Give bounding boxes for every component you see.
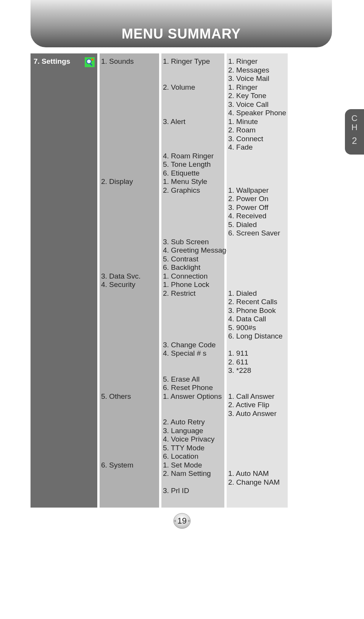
menu-item [101,478,157,487]
menu-column-2: 1. Sounds 2. Display 3. Data Svc.4. Secu… [100,53,159,508]
menu-item: 5. TTY Mode [163,444,223,453]
menu-item [101,384,157,392]
menu-item: 6. Backlight [163,263,223,272]
menu-item [163,143,223,152]
menu-item [101,349,157,358]
menu-item: 4. Roam Ringer [163,152,223,161]
menu-item: 1. Dialed [228,289,286,298]
menu-item [101,118,157,126]
menu-table: 7. Settings 1. Sounds 2. Display 3. Data… [31,53,288,508]
menu-item [228,435,286,444]
menu-item [101,469,157,478]
menu-item: 1. Sounds [101,57,157,66]
menu-item: 3. Change Code [163,341,223,350]
menu-item: 2. Messages [228,66,286,75]
menu-item [101,332,157,341]
menu-item: 4. Speaker Phone [228,109,286,118]
menu-item [228,487,286,495]
menu-item: 1. Ringer [228,83,286,92]
menu-item: 2. Volume [163,83,223,92]
menu-item [101,435,157,444]
menu-item [101,375,157,384]
menu-item: 2. Roam [228,126,286,135]
menu-item [101,83,157,92]
menu-item [101,315,157,324]
menu-item: 5. Erase All [163,375,223,384]
menu-item [101,409,157,418]
menu-item [101,358,157,367]
menu-item [101,74,157,83]
menu-item [163,126,223,135]
menu-item [163,195,223,203]
menu-item [163,478,223,487]
menu-item: 4. Security [101,280,157,289]
menu-item [163,66,223,75]
menu-item [228,246,286,255]
menu-item: 1. Answer Options [163,392,223,401]
menu-item: 1. Menu Style [163,177,223,186]
menu-item [228,160,286,169]
menu-item [228,444,286,453]
menu-item [101,324,157,332]
menu-item: 2. 611 [228,358,286,367]
menu-item [101,143,157,152]
menu-item [101,238,157,247]
menu-item: 2. Key Tone [228,92,286,100]
menu-item [163,401,223,409]
menu-item: 1. Minute [228,118,286,126]
menu-item [163,135,223,143]
menu-item: 4. Special # s [163,349,223,358]
menu-item [101,246,157,255]
menu-item [163,306,223,315]
menu-item [101,126,157,135]
menu-item [228,341,286,350]
menu-item: 5. Tone Length [163,160,223,169]
menu-column-4: 1. Ringer2. Messages3. Voice Mail1. Ring… [227,53,288,508]
menu-item [101,263,157,272]
menu-item [101,160,157,169]
menu-item [163,92,223,100]
menu-item [228,280,286,289]
menu-item: 2. Recent Calls [228,298,286,306]
menu-item [228,169,286,178]
menu-item: 2. Nam Setting [163,469,223,478]
menu-item [163,298,223,306]
menu-item [101,298,157,306]
menu-item [163,358,223,367]
menu-item [101,195,157,203]
menu-item: 5. Others [101,392,157,401]
menu-item: 3. Auto Answer [228,409,286,418]
chapter-number: 2 [345,136,364,146]
menu-column-1: 7. Settings [31,53,97,508]
menu-item: 2. Display [101,177,157,186]
menu-item: 6. Etiquette [163,169,223,178]
menu-item: 1. Ringer Type [163,57,223,66]
menu-item [101,444,157,453]
menu-item: 4. Received [228,212,286,221]
menu-item: 1. Ringer [228,57,286,66]
menu-item: 3. Prl ID [163,487,223,495]
menu-item: 6. Location [163,452,223,461]
chapter-tab: CH 2 [345,109,364,155]
page-number: 19 [177,516,187,526]
menu-item [101,427,157,435]
menu-item: 2. Auto Retry [163,418,223,427]
menu-item [101,401,157,409]
menu-item: 1. Phone Lock [163,280,223,289]
menu-item [163,315,223,324]
menu-item: 5. Contrast [163,255,223,264]
menu-item: 6. Long Distance [228,332,286,341]
menu-item: 5. 900#s [228,324,286,332]
menu-item [163,409,223,418]
menu-item [228,418,286,427]
menu-item [163,229,223,238]
menu-item [163,74,223,83]
menu-item [101,186,157,195]
menu-item: 3. Data Svc. [101,272,157,281]
menu-item: 3. Sub Screen [163,238,223,247]
menu-item: 2. Graphics [163,186,223,195]
menu-item [163,221,223,229]
menu-item: 2. Active Flip [228,401,286,409]
menu-item: 3. Power Off [228,203,286,212]
menu-item [163,366,223,375]
